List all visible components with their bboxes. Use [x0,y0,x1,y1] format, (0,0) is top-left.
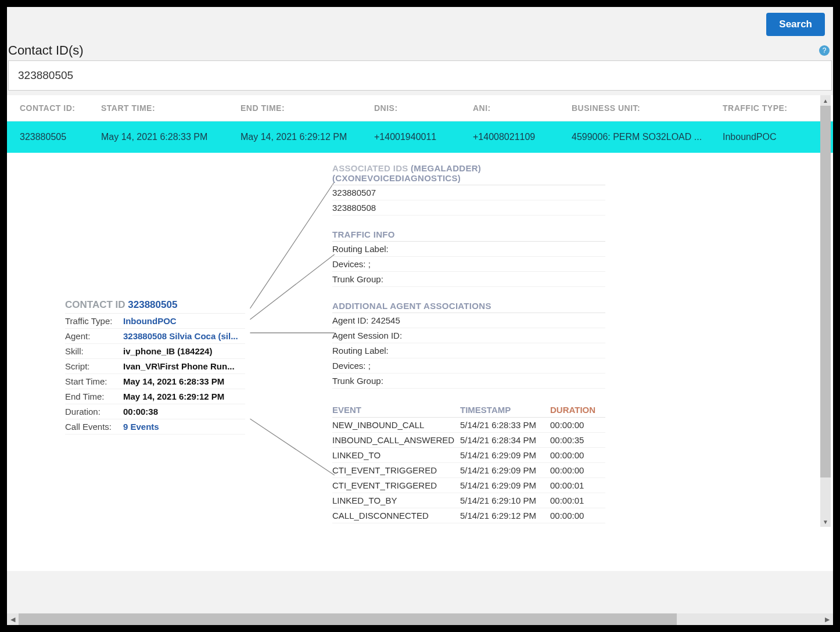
header-contact-id[interactable]: CONTACT ID: [20,103,101,113]
results-row-selected[interactable]: 323880505 May 14, 2021 6:28:33 PM May 14… [7,121,833,153]
cell-business-unit: 4599006: PERM SO32LOAD ... [572,132,723,142]
event-name: LINKED_TO_BY [332,495,460,505]
agent-id-row: Agent ID: 242545 [332,313,605,328]
contact-card-title-value: 323880505 [128,299,177,310]
associated-ids-prefix: ASSOCIATED IDS [332,163,411,173]
contact-card-title-label: CONTACT ID [65,299,125,310]
card-label: End Time: [65,392,123,401]
events-table: EVENT TIMESTAMP DURATION NEW_INBOUND_CAL… [332,403,605,523]
event-duration: 00:00:01 [550,480,605,490]
events-row[interactable]: LINKED_TO5/14/21 6:29:09 PM00:00:00 [332,448,605,463]
event-name: CTI_EVENT_TRIGGERED [332,480,460,490]
event-name: NEW_INBOUND_CALL [332,420,460,430]
header-traffic-type[interactable]: TRAFFIC TYPE: [723,103,804,113]
agent-trunk-group-row: Trunk Group: [332,374,605,389]
cell-ani: +14008021109 [473,132,572,142]
scroll-left-icon[interactable]: ◀ [7,613,19,625]
card-row-duration: Duration: 00:00:38 [65,404,245,419]
events-header-event[interactable]: EVENT [332,405,460,415]
cell-contact-id: 323880505 [20,132,101,142]
events-row[interactable]: LINKED_TO_BY5/14/21 6:29:10 PM00:00:01 [332,493,605,508]
agent-associations-title: ADDITIONAL AGENT ASSOCIATIONS [332,301,605,313]
associated-ids-panel: ASSOCIATED IDS (MEGALADDER) (CXONEVOICED… [332,163,605,216]
event-duration: 00:00:00 [550,465,605,475]
event-duration: 00:00:35 [550,435,605,445]
horizontal-scrollbar[interactable]: ◀ ▶ [7,613,833,625]
card-value: May 14, 2021 6:29:12 PM [123,392,245,401]
event-timestamp: 5/14/21 6:29:10 PM [460,495,550,505]
vertical-scrollbar[interactable]: ▲ ▼ [820,95,831,527]
horizontal-scroll-track[interactable] [19,613,821,625]
associated-ids-link2[interactable]: (CXONEVOICEDIAGNOSTICS) [332,173,461,183]
card-label: Traffic Type: [65,316,123,326]
event-duration: 00:00:00 [550,511,605,520]
contact-ids-label: Contact ID(s) ? [7,40,833,60]
header-business-unit[interactable]: BUSINESS UNIT: [572,103,723,113]
card-value: Ivan_VR\First Phone Run... [123,361,245,371]
contact-ids-text: Contact ID(s) [8,43,84,58]
events-row[interactable]: NEW_INBOUND_CALL5/14/21 6:28:33 PM00:00:… [332,418,605,433]
event-name: LINKED_TO [332,450,460,460]
agent-session-id-row: Agent Session ID: [332,328,605,343]
card-value[interactable]: 9 Events [123,422,245,432]
vertical-scroll-thumb[interactable] [820,106,831,477]
events-row[interactable]: CALL_DISCONNECTED5/14/21 6:29:12 PM00:00… [332,508,605,523]
header-dnis[interactable]: DNIS: [374,103,473,113]
scroll-right-icon[interactable]: ▶ [821,613,833,625]
events-row[interactable]: INBOUND_CALL_ANSWERED5/14/21 6:28:34 PM0… [332,433,605,448]
scroll-down-icon[interactable]: ▼ [820,516,831,527]
svg-line-0 [250,182,334,308]
search-button[interactable]: Search [766,13,825,36]
card-row-call-events: Call Events: 9 Events [65,419,245,435]
event-duration: 00:00:00 [550,420,605,430]
card-value: May 14, 2021 6:28:33 PM [123,376,245,386]
traffic-info-title: TRAFFIC INFO [332,229,605,242]
help-icon[interactable]: ? [819,45,830,56]
cell-end-time: May 14, 2021 6:29:12 PM [240,132,374,142]
traffic-routing-label: Routing Label: [332,242,605,257]
event-timestamp: 5/14/21 6:28:34 PM [460,435,550,445]
event-name: INBOUND_CALL_ANSWERED [332,435,460,445]
event-timestamp: 5/14/21 6:29:12 PM [460,511,550,520]
header-start-time[interactable]: START TIME: [101,103,240,113]
results-table: CONTACT ID: START TIME: END TIME: DNIS: … [7,95,833,571]
card-row-agent: Agent: 323880508 Silvia Coca (sil... [65,329,245,344]
cell-dnis: +14001940011 [374,132,473,142]
scroll-up-icon[interactable]: ▲ [820,95,831,106]
header-end-time[interactable]: END TIME: [240,103,374,113]
cell-start-time: May 14, 2021 6:28:33 PM [101,132,240,142]
card-row-script: Script: Ivan_VR\First Phone Run... [65,359,245,374]
card-value[interactable]: 323880508 Silvia Coca (sil... [123,331,245,341]
card-label: Skill: [65,346,123,356]
card-value[interactable]: InboundPOC [123,316,245,326]
agent-devices-row: Devices: ; [332,358,605,374]
events-header: EVENT TIMESTAMP DURATION [332,403,605,418]
agent-routing-label-row: Routing Label: [332,343,605,358]
event-duration: 00:00:01 [550,495,605,505]
events-row[interactable]: CTI_EVENT_TRIGGERED5/14/21 6:29:09 PM00:… [332,478,605,493]
associated-ids-title: ASSOCIATED IDS (MEGALADDER) (CXONEVOICED… [332,163,605,185]
cell-traffic-type: InboundPOC [723,132,804,142]
top-bar: Search [7,7,833,40]
events-header-timestamp[interactable]: TIMESTAMP [460,405,550,415]
contact-card: CONTACT ID 323880505 Traffic Type: Inbou… [65,297,245,435]
card-row-skill: Skill: iv_phone_IB (184224) [65,344,245,359]
horizontal-scroll-thumb[interactable] [19,613,677,625]
card-label: Call Events: [65,422,123,432]
card-label: Agent: [65,331,123,341]
contact-ids-input[interactable] [8,60,832,91]
results-header-row: CONTACT ID: START TIME: END TIME: DNIS: … [7,95,833,121]
associated-ids-link1[interactable]: (MEGALADDER) [411,163,481,173]
events-row[interactable]: CTI_EVENT_TRIGGERED5/14/21 6:29:09 PM00:… [332,463,605,478]
svg-line-1 [250,254,334,319]
event-timestamp: 5/14/21 6:28:33 PM [460,420,550,430]
associated-id-row[interactable]: 323880507 [332,185,605,200]
events-header-duration[interactable]: DURATION [550,405,605,415]
traffic-devices: Devices: ; [332,257,605,272]
associated-id-row[interactable]: 323880508 [332,200,605,216]
traffic-info-panel: TRAFFIC INFO Routing Label: Devices: ; T… [332,229,605,287]
event-name: CALL_DISCONNECTED [332,511,460,520]
card-value: iv_phone_IB (184224) [123,346,245,356]
header-ani[interactable]: ANI: [473,103,572,113]
card-row-traffic-type: Traffic Type: InboundPOC [65,314,245,329]
